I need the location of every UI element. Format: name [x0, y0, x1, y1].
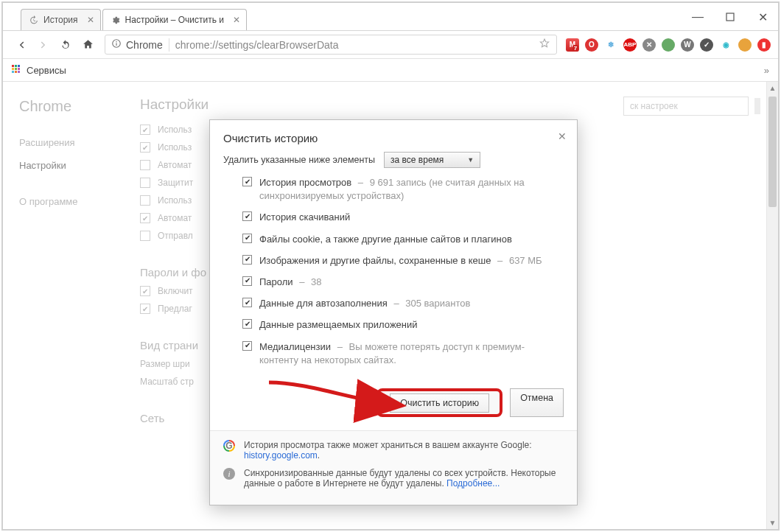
scroll-down-icon[interactable]: ▼	[767, 519, 778, 527]
setting-label: Автомат	[158, 160, 192, 170]
nav-forward-button[interactable]	[32, 34, 55, 56]
ext-icon[interactable]: ✓	[700, 38, 713, 52]
setting-label: Предлаг	[158, 304, 192, 314]
ext-icon[interactable]: ✕	[642, 38, 656, 52]
toolbar: Chrome chrome://settings/clearBrowserDat…	[3, 30, 778, 59]
ext-icon[interactable]	[738, 38, 752, 52]
window-maximize-button[interactable]	[722, 9, 738, 25]
highlight-frame: Очистить историю	[377, 388, 502, 417]
data-type-detail: 38	[311, 276, 321, 287]
settings-search-input[interactable]: ск настроек	[623, 97, 749, 116]
settings-sidebar: Chrome Расширения Настройки О программе	[3, 82, 136, 529]
checkbox-icon[interactable]	[140, 178, 150, 188]
footer-text: Синхронизированные данные будут удалены …	[244, 468, 564, 489]
bookmarks-overflow-button[interactable]: »	[764, 65, 769, 76]
clear-data-button[interactable]: Очистить историю	[390, 393, 489, 413]
ext-icon[interactable]: ▮	[757, 38, 771, 52]
footer-text: История просмотра также может храниться …	[244, 440, 564, 461]
setting-label: Масштаб стр	[140, 377, 194, 387]
data-type-detail: 305 вариантов	[405, 298, 470, 309]
nav-back-button[interactable]	[10, 34, 32, 56]
close-icon: ✕	[758, 10, 768, 24]
tab-close-icon[interactable]: ✕	[87, 15, 94, 25]
svg-point-2	[116, 41, 117, 43]
checkbox-icon[interactable]: ✔	[140, 304, 150, 314]
dialog-title: Очистить историю	[223, 132, 318, 144]
tab-settings[interactable]: Настройки – Очистить и ✕	[102, 9, 247, 30]
checkbox[interactable]	[242, 255, 252, 265]
sidebar-item-settings[interactable]: Настройки	[19, 154, 136, 177]
data-type-item: История просмотров – 9 691 запись (не сч…	[242, 176, 564, 203]
ext-icon[interactable]: M7	[566, 38, 579, 52]
checkbox-icon[interactable]: ✔	[140, 213, 150, 223]
tabstrip: История ✕ Настройки – Очистить и ✕	[3, 3, 778, 30]
data-type-item: История скачиваний	[242, 211, 564, 224]
tab-label: История	[43, 15, 78, 25]
history-link[interactable]: history.google.com	[244, 450, 318, 461]
checkbox[interactable]	[242, 319, 252, 329]
window-minimize-button[interactable]: —	[690, 9, 706, 25]
tab-close-icon[interactable]: ✕	[233, 15, 240, 25]
checkbox[interactable]	[242, 298, 252, 307]
data-type-item: Изображения и другие файлы, сохраненные …	[242, 254, 564, 267]
checkbox-icon[interactable]	[140, 160, 150, 170]
ext-icon[interactable]: O	[585, 38, 598, 52]
dialog-close-button[interactable]: ✕	[558, 130, 567, 142]
checkbox-icon[interactable]: ✔	[140, 125, 150, 135]
checkbox[interactable]	[242, 341, 252, 351]
checkbox[interactable]	[242, 211, 252, 221]
sidebar-item-extensions[interactable]: Расширения	[19, 131, 136, 154]
nav-home-button[interactable]	[77, 34, 99, 56]
checkbox[interactable]	[242, 234, 252, 243]
time-range-select[interactable]: за все время	[384, 152, 480, 168]
data-type-label: Пароли – 38	[259, 276, 322, 289]
data-type-label: Файлы cookie, а также другие данные сайт…	[259, 233, 512, 246]
minimize-icon: —	[692, 10, 704, 24]
data-type-item: Пароли – 38	[242, 276, 564, 289]
window-close-button[interactable]: ✕	[754, 9, 771, 25]
bookmark-star-icon[interactable]	[539, 38, 550, 52]
ext-icon[interactable]: ABP	[623, 38, 637, 52]
time-range-label: Удалить указанные ниже элементы	[223, 155, 375, 165]
ext-icon[interactable]: W	[681, 38, 694, 52]
ext-icon[interactable]: ◉	[719, 38, 732, 52]
url-origin: Chrome	[126, 39, 163, 51]
ext-icon[interactable]	[662, 38, 675, 52]
info-icon: i	[223, 468, 235, 480]
vertical-scrollbar[interactable]: ▲ ▼	[766, 82, 778, 529]
apps-icon	[12, 65, 22, 75]
checkbox-icon[interactable]	[140, 195, 150, 206]
checkbox[interactable]	[242, 177, 252, 186]
maximize-icon	[726, 13, 735, 21]
data-type-label: История просмотров – 9 691 запись (не сч…	[259, 176, 564, 203]
data-type-label: История скачиваний	[259, 211, 350, 224]
google-icon	[223, 440, 235, 452]
checkbox-icon[interactable]: ✔	[140, 142, 150, 153]
setting-label: Отправл	[158, 231, 193, 241]
data-type-label: Изображения и другие файлы, сохраненные …	[259, 254, 542, 267]
nav-reload-button[interactable]	[55, 34, 77, 56]
checkbox-icon[interactable]	[140, 231, 150, 241]
data-type-item: Медиалицензии – Вы можете потерять досту…	[242, 340, 564, 367]
cancel-button[interactable]: Отмена	[510, 388, 564, 417]
setting-label: Использ	[158, 142, 192, 153]
ext-icon[interactable]: ❄	[604, 38, 617, 52]
sidebar-item-about[interactable]: О программе	[19, 190, 136, 213]
data-type-label: Данные для автозаполнения – 305 варианто…	[259, 297, 470, 310]
scroll-up-icon[interactable]: ▲	[767, 84, 778, 92]
svg-rect-3	[116, 43, 116, 46]
apps-shortcut[interactable]: Сервисы	[12, 65, 66, 76]
history-icon	[29, 15, 39, 25]
clear-browsing-data-dialog: Очистить историю ✕ Удалить указанные ниж…	[209, 119, 578, 505]
tab-history[interactable]: История ✕	[21, 9, 101, 30]
setting-label: Размер шри	[140, 359, 190, 369]
address-bar[interactable]: Chrome chrome://settings/clearBrowserDat…	[105, 35, 557, 55]
scroll-thumb[interactable]	[768, 97, 777, 207]
checkbox[interactable]	[242, 276, 252, 286]
setting-label: Включит	[158, 286, 193, 296]
data-type-list: История просмотров – 9 691 запись (не сч…	[223, 176, 564, 367]
checkbox-icon[interactable]: ✔	[140, 286, 150, 296]
site-info-icon[interactable]	[111, 38, 122, 51]
learn-more-link[interactable]: Подробнее...	[446, 478, 500, 489]
setting-label: Использ	[158, 125, 192, 135]
